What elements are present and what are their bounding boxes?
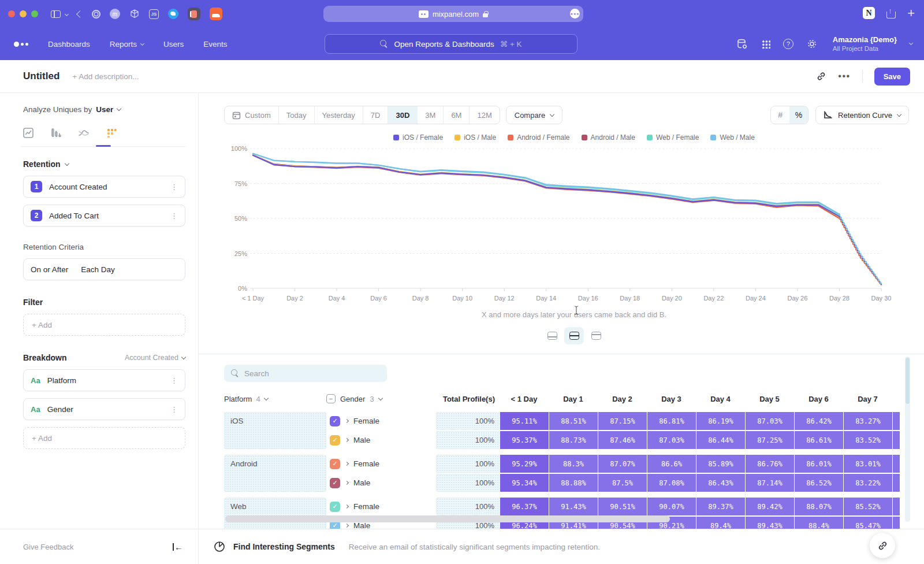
retention-value-cell[interactable]: 86.42% xyxy=(795,412,843,430)
retention-value-cell[interactable]: 86.52% xyxy=(795,474,843,492)
retention-value-cell[interactable]: 86.76% xyxy=(746,455,794,473)
range-custom[interactable]: Custom xyxy=(225,106,279,124)
chart-type-dropdown[interactable]: Retention Curve xyxy=(815,106,909,124)
retention-value-cell[interactable]: 87.5% xyxy=(598,474,647,492)
count-toggle[interactable]: # xyxy=(771,106,789,124)
retention-value-cell[interactable]: 87.08% xyxy=(647,474,696,492)
extension-icon-soundcloud[interactable] xyxy=(210,8,222,20)
retention-value-cell[interactable]: 91.43% xyxy=(549,498,598,515)
percent-toggle[interactable]: % xyxy=(789,106,808,124)
range-yesterday[interactable]: Yesterday xyxy=(315,106,363,124)
breakdown-gender[interactable]: Aa Gender ⋮ xyxy=(23,398,185,420)
retention-value-cell[interactable]: 86.44% xyxy=(696,431,745,449)
mixpanel-logo[interactable] xyxy=(14,42,28,47)
retention-value-cell[interactable]: 86.43% xyxy=(696,474,745,492)
save-button[interactable]: Save xyxy=(874,68,910,86)
extension-icon-ring[interactable] xyxy=(92,10,100,18)
data-management-icon[interactable] xyxy=(736,38,748,50)
retention-value-cell[interactable]: 86.19% xyxy=(696,412,745,430)
range-6m[interactable]: 6M xyxy=(444,106,470,124)
gender-select-all-checkbox[interactable]: − xyxy=(326,394,336,403)
retention-value-cell[interactable]: 87.14% xyxy=(746,474,794,492)
compare-button[interactable]: Compare xyxy=(506,106,562,124)
retention-value-cell[interactable]: 88.73% xyxy=(549,431,598,449)
legend-item[interactable]: Android / Male xyxy=(582,133,635,142)
retention-value-cell[interactable]: 88.88% xyxy=(549,474,598,492)
analyze-value-dropdown[interactable]: User xyxy=(96,105,113,114)
expand-chevron-icon[interactable] xyxy=(345,438,349,442)
layout-table-only-button[interactable] xyxy=(586,327,606,344)
expand-chevron-icon[interactable] xyxy=(345,504,349,509)
kebab-menu-icon[interactable]: ⋮ xyxy=(170,377,178,384)
kebab-menu-icon[interactable]: ⋮ xyxy=(170,183,178,191)
expand-chevron-icon[interactable] xyxy=(345,419,349,423)
share-link-fab[interactable] xyxy=(870,533,895,558)
retention-value-cell[interactable]: 86.6% xyxy=(647,455,696,473)
horizontal-scrollbar[interactable] xyxy=(225,515,670,522)
extension-icon-pocket[interactable] xyxy=(188,8,200,20)
range-30d[interactable]: 30D xyxy=(388,106,418,124)
url-options-icon[interactable]: ●●● xyxy=(570,9,580,18)
col-gender-label[interactable]: Gender xyxy=(340,395,365,403)
kebab-menu-icon[interactable]: ⋮ xyxy=(170,212,178,220)
retention-value-cell[interactable]: 89.43% xyxy=(746,517,794,529)
legend-item[interactable]: Web / Male xyxy=(710,133,754,142)
legend-item[interactable]: Web / Female xyxy=(647,133,699,142)
sidebar-toggle-icon[interactable] xyxy=(51,10,61,18)
kebab-menu-icon[interactable]: ⋮ xyxy=(170,406,178,413)
range-today[interactable]: Today xyxy=(279,106,315,124)
breakdown-add-button[interactable]: + Add xyxy=(23,427,185,449)
retention-step-2[interactable]: 2 Added To Cart ⋮ xyxy=(23,205,185,227)
platform-group-cell[interactable]: Android xyxy=(224,455,326,492)
more-options-icon[interactable]: ••• xyxy=(838,71,850,81)
filter-add-button[interactable]: + Add xyxy=(23,314,185,336)
col-day-label[interactable]: Day 7 xyxy=(843,395,892,403)
breakdown-platform[interactable]: Aa Platform ⋮ xyxy=(23,369,185,391)
expand-chevron-icon[interactable] xyxy=(345,481,349,485)
series-checkbox[interactable]: ✓ xyxy=(330,459,340,469)
retention-section-label[interactable]: Retention xyxy=(23,159,61,169)
retention-value-cell[interactable]: 95.29% xyxy=(500,455,549,473)
new-tab-icon[interactable]: + xyxy=(907,8,915,18)
series-checkbox[interactable]: ✓ xyxy=(330,478,340,488)
retention-value-cell[interactable]: 87.07% xyxy=(598,455,647,473)
retention-value-cell[interactable]: 95.11% xyxy=(500,412,549,430)
retention-value-cell[interactable]: 85.47% xyxy=(844,517,892,529)
legend-item[interactable]: Android / Female xyxy=(508,133,569,142)
platform-group-cell[interactable]: iOS xyxy=(224,412,326,449)
retention-value-cell[interactable]: 88.4% xyxy=(795,517,843,529)
nav-events[interactable]: Events xyxy=(203,40,227,49)
legend-item[interactable]: iOS / Female xyxy=(393,133,443,142)
retention-value-cell[interactable]: 83.22% xyxy=(844,474,892,492)
retention-value-cell[interactable]: 85.89% xyxy=(696,455,745,473)
vertical-scrollbar[interactable] xyxy=(905,357,910,522)
retention-value-cell[interactable]: 83.27% xyxy=(844,412,892,430)
retention-value-cell[interactable]: 90.51% xyxy=(598,498,647,515)
apps-grid-icon[interactable] xyxy=(761,39,770,49)
share-icon[interactable] xyxy=(886,8,896,18)
retention-value-cell[interactable]: 87.03% xyxy=(647,431,696,449)
range-7d[interactable]: 7D xyxy=(363,106,389,124)
retention-value-cell[interactable]: 83.52% xyxy=(844,431,892,449)
legend-item[interactable]: iOS / Male xyxy=(454,133,496,142)
minimize-window-button[interactable] xyxy=(20,10,27,17)
back-icon[interactable] xyxy=(76,10,84,18)
retention-criteria-control[interactable]: On or After Each Day xyxy=(23,258,185,280)
retention-value-cell[interactable]: 87.15% xyxy=(598,412,647,430)
extension-icon-js[interactable]: JS xyxy=(149,9,159,19)
tab-retention-icon[interactable] xyxy=(104,127,119,139)
retention-line-chart[interactable]: 100%75%50%25%0%< 1 DayDay 2Day 4Day 6Day… xyxy=(224,143,906,309)
retention-value-cell[interactable]: 88.51% xyxy=(549,412,598,430)
url-bar[interactable]: mixpanel.com ●●● xyxy=(323,6,583,22)
criteria-interval[interactable]: Each Day xyxy=(81,265,178,274)
extension-icon-m[interactable]: m xyxy=(110,9,120,19)
retention-value-cell[interactable]: 89.37% xyxy=(696,498,745,515)
extension-icon-cube[interactable] xyxy=(129,9,140,19)
zoom-window-button[interactable] xyxy=(31,10,38,17)
retention-value-cell[interactable]: 87.25% xyxy=(746,431,794,449)
retention-value-cell[interactable]: 83.01% xyxy=(844,455,892,473)
retention-value-cell[interactable]: 86.01% xyxy=(795,455,843,473)
retention-value-cell[interactable]: 86.61% xyxy=(795,431,843,449)
layout-chart-only-button[interactable] xyxy=(542,327,562,344)
retention-value-cell[interactable]: 95.37% xyxy=(500,431,549,449)
